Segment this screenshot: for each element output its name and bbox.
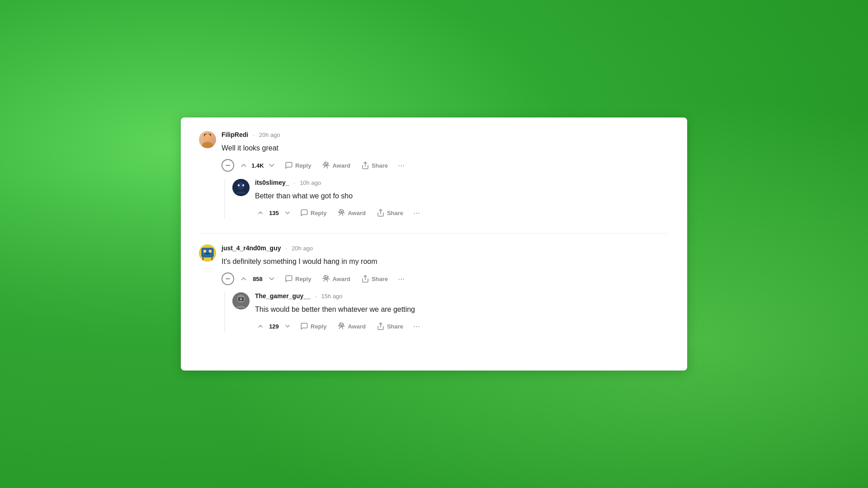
action-bar-2: 858 Reply Award Sh bbox=[222, 272, 669, 285]
upvote-button-2[interactable] bbox=[238, 273, 250, 285]
award-button-1[interactable]: Award bbox=[318, 160, 354, 171]
collapse-button-1[interactable] bbox=[222, 159, 234, 172]
reply-button-reply-2-1[interactable]: Reply bbox=[297, 320, 330, 332]
reply-header-2-1: The_gamer_guy__ · 15h ago bbox=[255, 292, 669, 300]
comment-header-2: just_4_r4nd0m_guy · 20h ago bbox=[222, 244, 669, 252]
vote-count-reply-1-1: 135 bbox=[268, 210, 280, 216]
share-button-2[interactable]: Share bbox=[358, 273, 392, 285]
reply-header-1-1: its0slimey_ · 10h ago bbox=[255, 179, 669, 186]
svg-point-10 bbox=[238, 184, 240, 186]
svg-rect-17 bbox=[209, 250, 212, 253]
award-button-2[interactable]: Award bbox=[318, 273, 354, 285]
upvote-reply-1-1[interactable] bbox=[255, 207, 266, 218]
vote-count-reply-2-1: 129 bbox=[268, 323, 280, 330]
vote-area-2: 858 bbox=[238, 273, 278, 285]
comments-card: FilipRedi · 20h ago Well it looks great … bbox=[181, 117, 687, 371]
comment-header-1: FilipRedi · 20h ago bbox=[222, 131, 669, 138]
more-button-2[interactable]: ··· bbox=[395, 273, 407, 285]
share-button-1[interactable]: Share bbox=[358, 160, 392, 171]
separator-1 bbox=[199, 233, 669, 234]
downvote-reply-1-1[interactable] bbox=[282, 207, 293, 218]
avatar-gamer-guy bbox=[232, 292, 250, 310]
reply-button-reply-1-1[interactable]: Reply bbox=[297, 207, 330, 219]
timestamp-2: 20h ago bbox=[292, 245, 313, 252]
more-button-reply-1-1[interactable]: ··· bbox=[410, 207, 423, 219]
svg-rect-18 bbox=[205, 253, 210, 254]
username-its0slimey: its0slimey_ bbox=[255, 179, 289, 186]
vote-count-1: 1.4K bbox=[251, 162, 264, 169]
reply-text-2-1: This would be better then whatever we ar… bbox=[255, 304, 669, 315]
more-button-reply-2-1[interactable]: ··· bbox=[410, 321, 423, 332]
timestamp-1: 20h ago bbox=[259, 131, 280, 138]
svg-rect-16 bbox=[203, 250, 206, 253]
comment-text-1: Well it looks great bbox=[222, 143, 669, 154]
downvote-button-1[interactable] bbox=[266, 160, 278, 171]
upvote-reply-2-1[interactable] bbox=[255, 321, 266, 332]
award-button-reply-1-1[interactable]: Award bbox=[334, 207, 369, 219]
vote-area-1: 1.4K bbox=[238, 160, 278, 171]
vote-area-reply-2-1: 129 bbox=[255, 321, 293, 332]
reply-block-1-1: its0slimey_ · 10h ago Better than what w… bbox=[224, 179, 669, 219]
reply-button-2[interactable]: Reply bbox=[281, 273, 315, 285]
comment-block-1: FilipRedi · 20h ago Well it looks great … bbox=[199, 131, 669, 219]
upvote-button-1[interactable] bbox=[238, 160, 250, 171]
vote-area-reply-1-1: 135 bbox=[255, 207, 293, 218]
avatar-filipredi bbox=[199, 131, 216, 148]
username-just4random: just_4_r4nd0m_guy bbox=[222, 244, 281, 252]
avatar-just4random bbox=[199, 244, 216, 262]
timestamp-reply-1-1: 10h ago bbox=[300, 179, 321, 186]
svg-point-4 bbox=[204, 134, 211, 140]
collapse-button-2[interactable] bbox=[222, 272, 234, 285]
comment-text-2: It's definitely something I would hang i… bbox=[222, 256, 669, 267]
avatar-its0slimey bbox=[232, 179, 250, 196]
vote-count-2: 858 bbox=[251, 276, 264, 282]
username-gamer-guy: The_gamer_guy__ bbox=[255, 292, 311, 300]
reply-text-1-1: Better than what we got fo sho bbox=[255, 191, 669, 202]
timestamp-reply-2-1: 15h ago bbox=[321, 293, 343, 300]
reply-action-bar-2-1: 129 Reply Award bbox=[255, 320, 669, 332]
more-button-1[interactable]: ··· bbox=[395, 160, 407, 171]
action-bar-1: 1.4K Reply Award S bbox=[222, 159, 669, 172]
reply-block-2-1: The_gamer_guy__ · 15h ago This would be … bbox=[224, 292, 669, 332]
comment-block-2: just_4_r4nd0m_guy · 20h ago It's definit… bbox=[199, 244, 669, 332]
share-button-reply-2-1[interactable]: Share bbox=[373, 320, 407, 332]
award-button-reply-2-1[interactable]: Award bbox=[334, 320, 369, 332]
username-filipredi: FilipRedi bbox=[222, 131, 248, 138]
reply-action-bar-1-1: 135 Reply Award bbox=[255, 207, 669, 219]
share-button-reply-1-1[interactable]: Share bbox=[373, 207, 407, 219]
reply-button-1[interactable]: Reply bbox=[281, 160, 315, 171]
downvote-button-2[interactable] bbox=[266, 273, 278, 285]
svg-point-1 bbox=[202, 142, 213, 148]
downvote-reply-2-1[interactable] bbox=[282, 321, 293, 332]
svg-point-11 bbox=[242, 184, 244, 186]
